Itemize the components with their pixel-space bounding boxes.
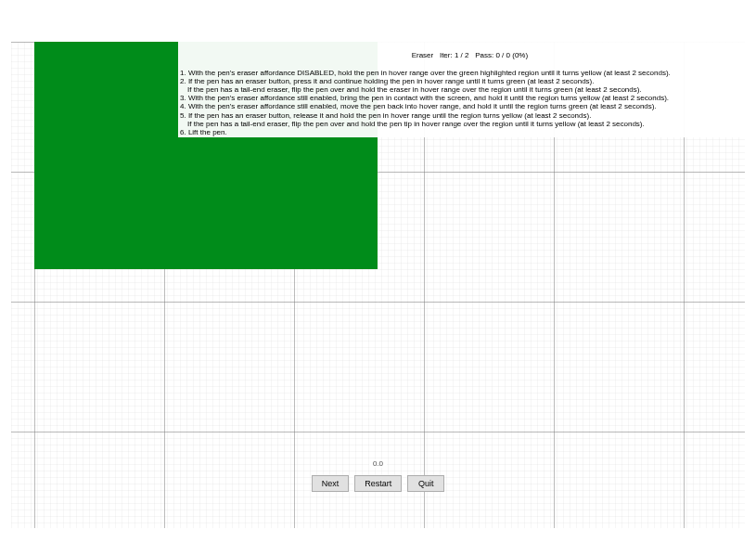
bottom-controls: 0.0 Next Restart Quit [11,459,745,492]
drawing-grid-area[interactable]: Eraser Iter: 1 / 2 Pass: 0 / 0 (0%) 1. W… [11,42,745,528]
instruction-line: 3. With the pen's eraser affordance stil… [180,94,743,102]
instruction-line: If the pen has a tail-end eraser, flip t… [180,85,743,94]
quit-button[interactable]: Quit [407,475,444,492]
instruction-line: 2. If the pen has an eraser button, pres… [180,77,743,85]
instruction-line: 6. Lift the pen. [180,128,743,136]
pass-label: Pass: [475,51,493,59]
instruction-line: 4. With the pen's eraser affordance stil… [180,102,743,110]
test-window: Eraser Iter: 1 / 2 Pass: 0 / 0 (0%) 1. W… [0,0,756,542]
pass-value: 0 / 0 (0%) [495,51,528,59]
instruction-line: 1. With the pen's eraser affordance DISA… [180,69,743,77]
test-name: Eraser [412,51,434,59]
restart-button[interactable]: Restart [354,475,402,492]
next-button[interactable]: Next [312,475,350,492]
button-row: Next Restart Quit [11,475,745,492]
iter-label: Iter: [440,51,453,59]
instruction-line: If the pen has a tail-end eraser, flip t… [180,120,743,128]
test-header: Eraser Iter: 1 / 2 Pass: 0 / 0 (0%) [180,43,743,69]
instruction-line: 5. If the pen has an eraser button, rele… [180,111,743,120]
value-readout: 0.0 [369,459,387,468]
instruction-panel: Eraser Iter: 1 / 2 Pass: 0 / 0 (0%) 1. W… [178,42,745,137]
iter-value: 1 / 2 [455,51,469,59]
